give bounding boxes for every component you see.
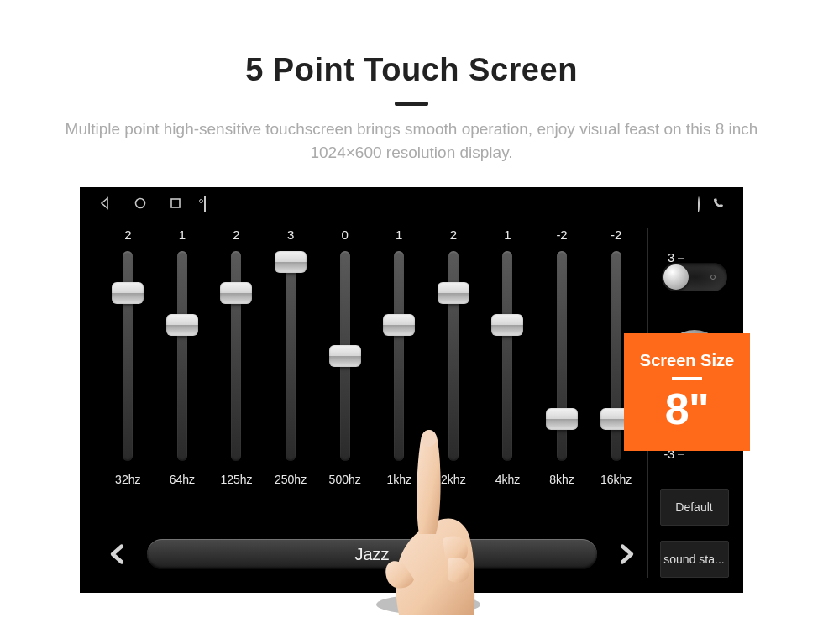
equalizer: 232hz164hz2125hz3250hz0500hz11khz22khz14… xyxy=(103,228,641,547)
default-button[interactable]: Default xyxy=(660,489,729,526)
subheadline: Multiple point high-sensitive touchscree… xyxy=(34,118,789,164)
eq-band-freq: 125hz xyxy=(220,473,252,486)
eq-band-freq: 250hz xyxy=(275,473,307,486)
eq-band-freq: 500hz xyxy=(329,473,361,486)
eq-band-value: 2 xyxy=(124,228,131,244)
phone-icon[interactable] xyxy=(711,196,725,212)
eq-band-freq: 32hz xyxy=(115,473,140,486)
preset-row: Jazz xyxy=(103,539,641,569)
eq-slider[interactable] xyxy=(394,251,404,461)
eq-band-value: -2 xyxy=(611,228,621,244)
eq-slider[interactable] xyxy=(231,251,241,461)
eq-slider[interactable] xyxy=(611,251,621,461)
preset-display[interactable]: Jazz xyxy=(147,539,597,569)
eq-slider[interactable] xyxy=(340,251,350,461)
eq-band-freq: 64hz xyxy=(170,473,195,486)
svg-point-0 xyxy=(136,198,145,207)
eq-band-value: 2 xyxy=(233,228,239,244)
eq-band-freq: 4khz xyxy=(495,473,521,486)
eq-band-value: 2 xyxy=(450,228,457,244)
page-root: 5 Point Touch Screen Multiple point high… xyxy=(0,52,823,644)
svg-rect-1 xyxy=(171,199,180,207)
eq-band: 232hz xyxy=(103,228,153,496)
eq-slider-thumb[interactable] xyxy=(275,251,307,273)
svg-point-2 xyxy=(376,594,480,615)
eq-slider[interactable] xyxy=(448,251,459,461)
eq-slider-thumb[interactable] xyxy=(546,408,578,430)
eq-slider[interactable] xyxy=(177,251,187,461)
headline: 5 Point Touch Screen xyxy=(0,52,823,88)
eq-slider-thumb[interactable] xyxy=(112,282,144,304)
eq-band: -28khz xyxy=(537,228,587,496)
preset-prev-button[interactable] xyxy=(103,540,132,568)
eq-slider[interactable] xyxy=(557,251,567,461)
home-icon[interactable] xyxy=(134,196,147,212)
callout-label: Screen Size xyxy=(640,351,734,370)
eq-slider-thumb[interactable] xyxy=(220,282,252,304)
eq-band-freq: 1khz xyxy=(386,473,412,486)
eq-band: 0500hz xyxy=(320,228,370,496)
eq-band: 11khz xyxy=(375,228,424,496)
eq-slider[interactable] xyxy=(123,251,133,461)
eq-band: 3250hz xyxy=(266,228,316,496)
eq-band-freq: 2khz xyxy=(441,473,466,486)
eq-slider-thumb[interactable] xyxy=(166,314,198,336)
eq-slider[interactable] xyxy=(286,251,296,461)
screenshot-frame: 232hz164hz2125hz3250hz0500hz11khz22khz14… xyxy=(80,187,743,593)
eq-band: 14khz xyxy=(483,228,532,496)
eq-band-value: -2 xyxy=(556,228,567,244)
headline-divider xyxy=(395,102,428,106)
eq-band: 22khz xyxy=(429,228,479,496)
preset-next-button[interactable] xyxy=(612,540,641,568)
eq-slider-thumb[interactable] xyxy=(329,345,361,367)
eq-slider-thumb[interactable] xyxy=(438,282,469,304)
eq-band: 164hz xyxy=(158,228,207,496)
screen-size-callout: Screen Size 8" xyxy=(624,333,750,451)
location-icon[interactable] xyxy=(698,197,700,211)
callout-size: 8" xyxy=(665,384,710,434)
eq-band-value: 1 xyxy=(179,228,186,244)
toggle-off-indicator xyxy=(710,275,716,280)
callout-divider xyxy=(672,377,702,380)
picture-icon[interactable] xyxy=(204,197,206,211)
loudness-toggle[interactable] xyxy=(662,263,727,291)
eq-slider-thumb[interactable] xyxy=(491,314,523,336)
eq-band-value: 3 xyxy=(287,228,294,244)
eq-band: 2125hz xyxy=(212,228,261,496)
eq-band-freq: 16khz xyxy=(600,473,632,486)
eq-slider-thumb[interactable] xyxy=(383,314,415,336)
eq-band-value: 0 xyxy=(342,228,349,244)
eq-slider[interactable] xyxy=(502,251,512,461)
eq-band-value: 1 xyxy=(396,228,402,244)
back-icon[interactable] xyxy=(98,196,112,212)
toggle-knob xyxy=(663,264,689,290)
android-navbar xyxy=(80,187,743,221)
recent-icon[interactable] xyxy=(169,196,182,212)
eq-band-value: 1 xyxy=(504,228,511,244)
sound-stage-button[interactable]: sound sta... xyxy=(660,541,729,578)
eq-band-freq: 8khz xyxy=(549,473,574,486)
